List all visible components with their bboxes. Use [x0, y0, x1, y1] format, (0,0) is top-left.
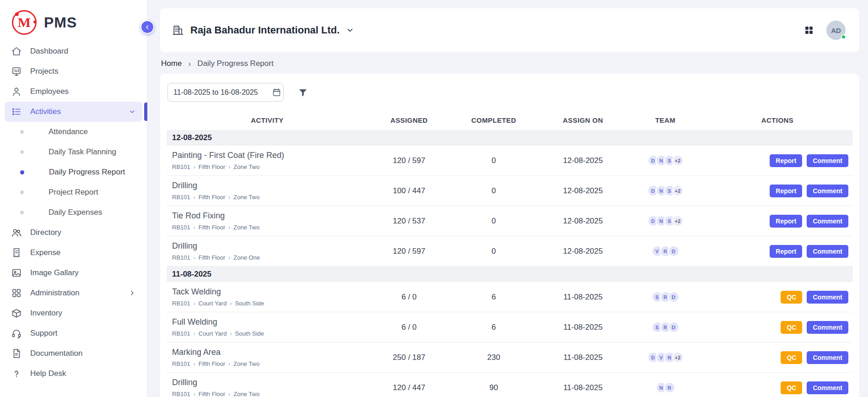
qc-button[interactable]: QC [781, 321, 802, 334]
activity-name: Drilling [172, 241, 368, 251]
team-avatar-stack: S R D [629, 291, 702, 303]
filter-bar [167, 83, 853, 102]
table-row: Drilling RB101 Fifth Floor Zone One 120 … [167, 236, 853, 266]
sidebar-item-projects[interactable]: Projects [5, 61, 142, 82]
team-avatar[interactable]: D [668, 291, 679, 303]
date-range-picker[interactable] [167, 83, 284, 102]
comment-button[interactable]: Comment [807, 351, 848, 364]
company-name: Raja Bahadur International Ltd. [190, 24, 340, 36]
report-button[interactable]: Report [770, 215, 802, 228]
sidebar-item-dashboard[interactable]: Dashboard [5, 41, 142, 61]
path-segment: Court Yard [199, 330, 227, 337]
comment-button[interactable]: Comment [807, 291, 848, 304]
sidebar: M PMS Dashboard Projects Employees Activ… [0, 0, 147, 397]
sidebar-subitem-label: Daily Task Planning [49, 147, 116, 157]
date-range-input[interactable] [173, 88, 268, 97]
path-segment: RB101 [172, 254, 190, 261]
team-avatar[interactable]: D [668, 245, 679, 257]
activity-path: RB101 Fifth Floor Zone Two [172, 194, 368, 201]
filter-icon[interactable] [297, 87, 308, 98]
table-row: Tie Rod Fixing RB101 Fifth Floor Zone Tw… [167, 206, 853, 236]
breadcrumb-home[interactable]: Home [161, 59, 182, 68]
sidebar-subitem-label: Project Report [49, 188, 98, 197]
sidebar-collapse-button[interactable] [140, 20, 154, 34]
sidebar-item-label: Projects [30, 67, 58, 76]
qc-button[interactable]: QC [781, 291, 802, 304]
row-actions: Report Comment [702, 215, 853, 228]
sidebar-item-administration[interactable]: Administration [5, 283, 142, 303]
sidebar-item-daily-task-planning[interactable]: Daily Task Planning [0, 142, 147, 162]
question-icon [11, 368, 22, 379]
assigned-value: 120 / 537 [368, 217, 450, 226]
sidebar-item-label: Help Desk [30, 369, 66, 378]
chevron-down-icon [129, 108, 136, 115]
sidebar-item-support[interactable]: Support [5, 323, 142, 343]
qc-button[interactable]: QC [781, 381, 802, 394]
report-button[interactable]: Report [770, 185, 802, 197]
sidebar-item-label: Employees [30, 87, 69, 96]
activity-name: Tack Welding [172, 287, 368, 297]
company-selector[interactable]: Raja Bahadur International Ltd. [172, 24, 354, 36]
path-segment: Fifth Floor [199, 360, 226, 367]
team-more-badge[interactable]: +2 [672, 185, 684, 196]
sidebar-item-employees[interactable]: Employees [5, 82, 142, 102]
team-more-badge[interactable]: +2 [672, 352, 684, 363]
bullet-dot-icon [20, 150, 24, 154]
team-more-badge[interactable]: +2 [672, 215, 684, 227]
team-avatar-stack: N R [629, 382, 702, 393]
sidebar-item-daily-progress-report[interactable]: Daily Progress Report [0, 162, 147, 182]
people-icon [11, 227, 22, 238]
report-button[interactable]: Report [770, 154, 802, 167]
column-header-assign-on: ASSIGN ON [537, 116, 629, 124]
sidebar-item-daily-expenses[interactable]: Daily Expenses [0, 202, 147, 223]
chevron-separator-icon [228, 392, 230, 397]
qc-button[interactable]: QC [781, 351, 802, 364]
sidebar-item-documentation[interactable]: Documentation [5, 343, 142, 364]
path-segment: RB101 [172, 224, 190, 231]
chevron-separator-icon [194, 225, 195, 230]
sidebar-item-project-report[interactable]: Project Report [0, 182, 147, 202]
chevron-separator-icon [230, 331, 232, 337]
comment-button[interactable]: Comment [807, 245, 848, 258]
chevron-separator-icon [228, 164, 230, 170]
breadcrumb-current: Daily Progress Report [197, 59, 273, 68]
sidebar-item-expense[interactable]: Expense [5, 243, 142, 263]
sidebar-item-directory[interactable]: Directory [5, 223, 142, 243]
sidebar-item-attendance[interactable]: Attendance [0, 122, 147, 142]
column-header-team: TEAM [629, 116, 702, 124]
person-icon [11, 86, 22, 97]
path-segment: Fifth Floor [199, 254, 226, 261]
sidebar-item-activities[interactable]: Activities [5, 102, 142, 122]
projects-board-icon [11, 66, 22, 77]
sidebar-item-help-desk[interactable]: Help Desk [5, 364, 142, 384]
report-button[interactable]: Report [770, 245, 802, 258]
activity-name: Tie Rod Fixing [172, 211, 368, 221]
comment-button[interactable]: Comment [807, 215, 848, 228]
assign-on-value: 12-08-2025 [537, 247, 629, 256]
path-segment: South Side [235, 300, 264, 307]
avatar[interactable]: AD [826, 21, 846, 40]
comment-button[interactable]: Comment [807, 321, 848, 334]
sidebar-item-inventory[interactable]: Inventory [5, 303, 142, 323]
comment-button[interactable]: Comment [807, 185, 848, 197]
team-avatar-stack: D N S +2 [629, 155, 702, 166]
avatar-initials: AD [831, 27, 841, 34]
column-header-actions: ACTIONS [702, 116, 853, 124]
comment-button[interactable]: Comment [807, 381, 848, 394]
path-segment: Zone Two [233, 194, 259, 201]
team-more-badge[interactable]: +2 [672, 155, 684, 166]
chevron-separator-icon [228, 255, 230, 261]
headset-icon [11, 328, 22, 339]
apps-grid-icon[interactable] [803, 25, 814, 36]
sidebar-subitem-label: Daily Progress Report [49, 168, 125, 177]
sidebar-item-image-gallary[interactable]: Image Gallary [5, 263, 142, 283]
row-actions: QC Comment [702, 351, 853, 364]
chevron-separator-icon [188, 60, 191, 68]
chevron-separator-icon [194, 361, 195, 367]
comment-button[interactable]: Comment [807, 154, 848, 167]
path-segment: Zone Two [233, 360, 259, 367]
team-avatar[interactable]: R [664, 382, 675, 393]
completed-value: 0 [450, 247, 537, 256]
assigned-value: 120 / 597 [368, 247, 450, 256]
team-avatar[interactable]: D [668, 321, 679, 333]
